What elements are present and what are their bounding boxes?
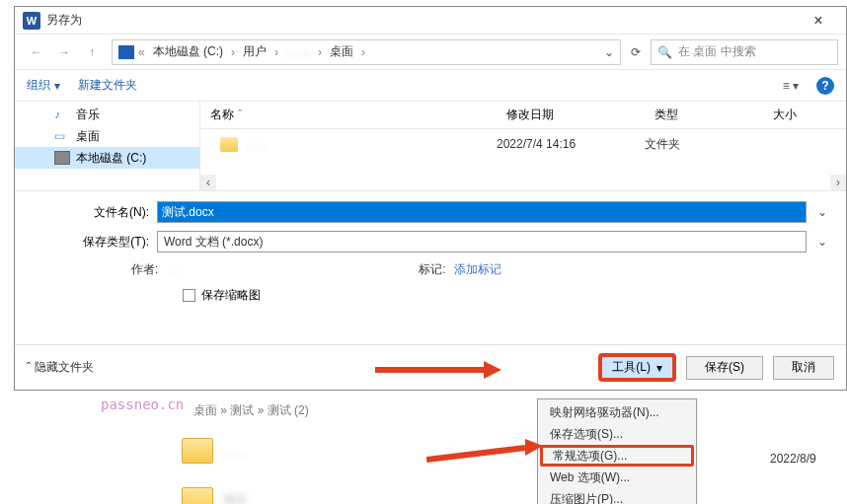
disk-icon — [118, 45, 134, 59]
navbar: ← → ↑ « 本地磁盘 (C:) › 用户 › …… › 桌面 › ⌄ ⟳ 🔍… — [15, 35, 846, 70]
breadcrumb[interactable]: « 本地磁盘 (C:) › 用户 › …… › 桌面 › ⌄ — [112, 39, 621, 65]
thumbnail-label: 保存缩略图 — [201, 287, 261, 304]
scroll-right-button[interactable]: › — [830, 175, 846, 190]
chevron-right-icon: › — [318, 45, 322, 59]
annotation-arrow-icon — [375, 355, 503, 385]
col-date[interactable]: 修改日期 — [497, 107, 645, 123]
file-name-blurred: …… — [244, 137, 268, 151]
close-button[interactable]: × — [799, 12, 838, 30]
filename-input[interactable]: 测试.docx — [157, 201, 807, 223]
body-split: ♪ 音乐 ▭ 桌面 本地磁盘 (C:) 名称ˆ 修改日期 类型 大小 …… 20… — [15, 102, 846, 190]
search-placeholder: 在 桌面 中搜索 — [678, 43, 756, 60]
help-icon[interactable]: ? — [816, 77, 834, 95]
chevron-right-icon: › — [231, 45, 235, 59]
chevron-right-icon: › — [361, 45, 365, 59]
desktop-icon: ▭ — [54, 129, 70, 143]
sidebar-item-label: 本地磁盘 (C:) — [76, 150, 146, 167]
disk-icon — [54, 151, 70, 165]
svg-line-2 — [426, 448, 525, 460]
menu-general-options[interactable]: 常规选项(G)... — [540, 445, 694, 467]
menu-web-options[interactable]: Web 选项(W)... — [540, 467, 694, 488]
tools-button[interactable]: 工具(L) ▾ — [598, 353, 676, 382]
sidebar-item-local-disk[interactable]: 本地磁盘 (C:) — [15, 147, 199, 169]
menu-save-options[interactable]: 保存选项(S)... — [540, 423, 694, 445]
chevron-down-icon: ▾ — [656, 361, 662, 375]
tags-label: 标记: — [419, 261, 445, 278]
watermark: passneo.cn — [101, 396, 184, 412]
table-row[interactable]: …… 2022/7/4 14:16 文件夹 — [200, 129, 846, 159]
filetype-label: 保存类型(T): — [29, 234, 157, 251]
column-headers: 名称ˆ 修改日期 类型 大小 — [200, 102, 846, 129]
folder-icon — [182, 487, 213, 504]
col-name[interactable]: 名称ˆ — [200, 107, 497, 123]
chevron-right-icon: › — [274, 45, 278, 59]
tools-dropdown-menu: 映射网络驱动器(N)... 保存选项(S)... 常规选项(G)... Web … — [537, 398, 697, 504]
chevron-down-icon: ▾ — [54, 79, 60, 93]
menu-map-drive[interactable]: 映射网络驱动器(N)... — [540, 401, 694, 423]
save-button[interactable]: 保存(S) — [686, 356, 763, 380]
sidebar-item-label: 音乐 — [76, 107, 100, 123]
menu-compress-pics[interactable]: 压缩图片(P)... — [540, 488, 694, 504]
music-icon: ♪ — [54, 108, 70, 121]
cancel-button[interactable]: 取消 — [773, 356, 834, 380]
col-type[interactable]: 类型 — [645, 107, 763, 123]
annotation-arrow-icon — [426, 434, 545, 464]
view-mode-button[interactable]: ≡ ▾ — [783, 79, 799, 93]
search-input[interactable]: 🔍 在 桌面 中搜索 — [651, 39, 838, 65]
titlebar: W 另存为 × — [15, 7, 846, 35]
back-button[interactable]: ← — [23, 39, 50, 65]
crumb-user-blurred[interactable]: …… — [282, 43, 314, 61]
sidebar-item-desktop[interactable]: ▭ 桌面 — [15, 125, 199, 147]
crumb-disk[interactable]: 本地磁盘 (C:) — [149, 41, 227, 62]
tags-add-link[interactable]: 添加标记 — [454, 261, 501, 278]
svg-marker-1 — [484, 361, 501, 379]
toolbar: 组织▾ 新建文件夹 ≡ ▾ ? — [15, 70, 846, 102]
col-size[interactable]: 大小 — [763, 107, 846, 123]
thumbnail-checkbox[interactable] — [183, 289, 195, 302]
bg-breadcrumb: 桌面 » 测试 » 测试 (2) — [193, 402, 309, 419]
author-label: 作者: — [131, 261, 158, 278]
sort-asc-icon: ˆ — [238, 108, 242, 122]
filetype-select[interactable]: Word 文档 (*.docx) — [157, 231, 807, 252]
new-folder-button[interactable]: 新建文件夹 — [78, 77, 137, 94]
save-as-dialog: W 另存为 × ← → ↑ « 本地磁盘 (C:) › 用户 › …… › 桌面… — [14, 6, 847, 391]
folder-icon — [220, 137, 238, 152]
sidebar: ♪ 音乐 ▭ 桌面 本地磁盘 (C:) — [15, 102, 200, 190]
chevron-up-icon: ˆ — [27, 361, 31, 375]
hide-folders-button[interactable]: ˆ 隐藏文件夹 — [27, 359, 94, 376]
file-type: 文件夹 — [645, 136, 763, 153]
svg-marker-3 — [525, 439, 543, 456]
scroll-left-button[interactable]: ‹ — [200, 175, 216, 190]
crumb-desktop[interactable]: 桌面 — [326, 41, 357, 62]
forward-button: → — [50, 39, 78, 65]
file-date: 2022/7/4 14:16 — [497, 137, 645, 151]
chevron-right-icon: « — [138, 45, 145, 59]
bg-file-name: 测试 — [223, 492, 247, 505]
up-button[interactable]: ↑ — [78, 39, 106, 65]
organize-button[interactable]: 组织▾ — [27, 77, 60, 94]
breadcrumb-dropdown-icon[interactable]: ⌄ — [604, 45, 614, 59]
sidebar-item-label: 桌面 — [76, 128, 100, 145]
search-icon: 🔍 — [657, 45, 672, 59]
sidebar-item-music[interactable]: ♪ 音乐 — [15, 104, 199, 125]
dialog-title: 另存为 — [46, 12, 799, 29]
folder-icon — [182, 438, 213, 464]
author-value-blurred[interactable]: … — [166, 262, 225, 276]
bg-file-name: …… — [223, 444, 247, 458]
filename-label: 文件名(N): — [29, 204, 157, 221]
word-icon: W — [23, 12, 40, 30]
chevron-down-icon[interactable]: ⌄ — [812, 235, 832, 249]
chevron-down-icon[interactable]: ⌄ — [812, 205, 832, 219]
file-list: 名称ˆ 修改日期 类型 大小 …… 2022/7/4 14:16 文件夹 ‹ › — [200, 102, 846, 190]
bg-date: 2022/8/9 — [770, 452, 816, 466]
form-area: 文件名(N): 测试.docx ⌄ 保存类型(T): Word 文档 (*.do… — [15, 190, 846, 308]
refresh-icon[interactable]: ⟳ — [631, 45, 641, 59]
crumb-users[interactable]: 用户 — [239, 41, 270, 62]
